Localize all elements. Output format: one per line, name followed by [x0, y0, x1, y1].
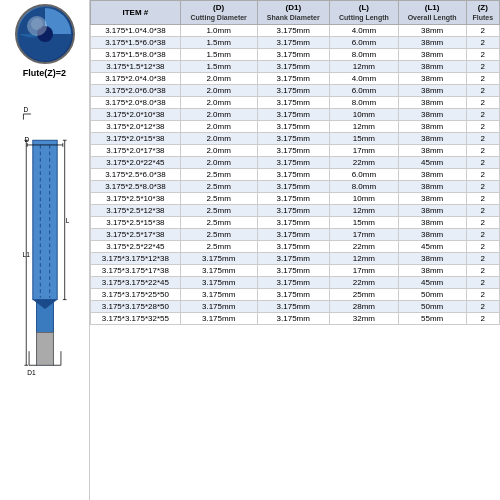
cell-d: 2.5mm — [180, 181, 257, 193]
cell-item: 3.175*2.5*10*38 — [91, 193, 181, 205]
cell-d1: 3.175mm — [257, 49, 330, 61]
cell-l: 8.0mm — [330, 97, 399, 109]
left-panel: Flute(Z)=2 D D — [0, 0, 90, 500]
cell-l1: 38mm — [398, 37, 466, 49]
cell-d1: 3.175mm — [257, 205, 330, 217]
cell-z: 2 — [466, 61, 499, 73]
cell-l1: 38mm — [398, 205, 466, 217]
cell-l1: 38mm — [398, 61, 466, 73]
cell-item: 3.175*2.5*15*38 — [91, 217, 181, 229]
cell-z: 2 — [466, 229, 499, 241]
cell-d1: 3.175mm — [257, 133, 330, 145]
cell-l: 12mm — [330, 121, 399, 133]
cell-d1: 3.175mm — [257, 253, 330, 265]
z-label: (Z) — [478, 3, 488, 12]
l1-sub: Overall Length — [408, 14, 457, 21]
cell-d: 1.5mm — [180, 61, 257, 73]
cell-z: 2 — [466, 157, 499, 169]
cell-z: 2 — [466, 97, 499, 109]
cell-z: 2 — [466, 265, 499, 277]
cell-z: 2 — [466, 289, 499, 301]
cell-z: 2 — [466, 193, 499, 205]
tool-diagram: D D L — [20, 84, 70, 384]
cell-l1: 38mm — [398, 217, 466, 229]
table-row: 3.175*3.175*17*383.175mm3.175mm17mm38mm2 — [91, 265, 500, 277]
table-row: 3.175*1.5*6.0*381.5mm3.175mm6.0mm38mm2 — [91, 37, 500, 49]
cell-z: 2 — [466, 37, 499, 49]
cell-item: 3.175*2.5*22*45 — [91, 241, 181, 253]
cell-l1: 38mm — [398, 169, 466, 181]
cell-l: 4.0mm — [330, 73, 399, 85]
cell-l: 28mm — [330, 301, 399, 313]
cell-l: 22mm — [330, 241, 399, 253]
table-row: 3.175*2.0*12*382.0mm3.175mm12mm38mm2 — [91, 121, 500, 133]
cell-l: 12mm — [330, 253, 399, 265]
cell-d1: 3.175mm — [257, 241, 330, 253]
cell-l1: 38mm — [398, 181, 466, 193]
cell-item: 3.175*2.0*15*38 — [91, 133, 181, 145]
cell-d1: 3.175mm — [257, 73, 330, 85]
table-row: 3.175*2.0*6.0*382.0mm3.175mm6.0mm38mm2 — [91, 85, 500, 97]
cell-d: 2.5mm — [180, 193, 257, 205]
cell-d: 2.0mm — [180, 73, 257, 85]
cell-l: 17mm — [330, 265, 399, 277]
cell-d1: 3.175mm — [257, 193, 330, 205]
cell-z: 2 — [466, 241, 499, 253]
cell-d1: 3.175mm — [257, 289, 330, 301]
table-row: 3.175*2.0*10*382.0mm3.175mm10mm38mm2 — [91, 109, 500, 121]
svg-rect-11 — [36, 332, 53, 365]
d1-header: (D1) Shank Diameter — [257, 1, 330, 25]
cell-l: 25mm — [330, 289, 399, 301]
cell-d1: 3.175mm — [257, 217, 330, 229]
d1-sub: Shank Diameter — [267, 14, 320, 21]
table-row: 3.175*2.0*17*382.0mm3.175mm17mm38mm2 — [91, 145, 500, 157]
cell-item: 3.175*1.0*4.0*38 — [91, 25, 181, 37]
d-header: (D) Cutting Diameter — [180, 1, 257, 25]
l-header: (L) Cutting Length — [330, 1, 399, 25]
cell-z: 2 — [466, 313, 499, 325]
cell-d1: 3.175mm — [257, 37, 330, 49]
cell-item: 3.175*1.5*8.0*38 — [91, 49, 181, 61]
svg-text:D: D — [24, 136, 29, 143]
cell-d: 2.5mm — [180, 205, 257, 217]
cell-l1: 38mm — [398, 145, 466, 157]
cell-z: 2 — [466, 49, 499, 61]
table-row: 3.175*1.0*4.0*381.0mm3.175mm4.0mm38mm2 — [91, 25, 500, 37]
cell-d1: 3.175mm — [257, 277, 330, 289]
right-panel: ITEM # (D) Cutting Diameter (D1) Shank D… — [90, 0, 500, 500]
cell-d1: 3.175mm — [257, 25, 330, 37]
table-row: 3.175*2.5*8.0*382.5mm3.175mm8.0mm38mm2 — [91, 181, 500, 193]
svg-point-2 — [31, 18, 43, 30]
table-row: 3.175*2.5*12*382.5mm3.175mm12mm38mm2 — [91, 205, 500, 217]
cell-d: 3.175mm — [180, 289, 257, 301]
cell-item: 3.175*2.5*12*38 — [91, 205, 181, 217]
cell-z: 2 — [466, 181, 499, 193]
cell-l: 15mm — [330, 133, 399, 145]
cell-d: 1.5mm — [180, 37, 257, 49]
cell-d: 3.175mm — [180, 253, 257, 265]
cell-z: 2 — [466, 85, 499, 97]
svg-point-1 — [37, 26, 53, 42]
cell-d: 2.5mm — [180, 241, 257, 253]
cell-item: 3.175*2.0*17*38 — [91, 145, 181, 157]
cell-l1: 38mm — [398, 49, 466, 61]
cell-l: 32mm — [330, 313, 399, 325]
cell-item: 3.175*2.0*4.0*38 — [91, 73, 181, 85]
specifications-table: ITEM # (D) Cutting Diameter (D1) Shank D… — [90, 0, 500, 325]
cell-item: 3.175*1.5*12*38 — [91, 61, 181, 73]
cell-l1: 50mm — [398, 289, 466, 301]
cell-d1: 3.175mm — [257, 157, 330, 169]
cell-item: 3.175*2.0*8.0*38 — [91, 97, 181, 109]
cell-l1: 45mm — [398, 277, 466, 289]
cell-l1: 45mm — [398, 157, 466, 169]
d-sub: Cutting Diameter — [190, 14, 246, 21]
cell-d1: 3.175mm — [257, 85, 330, 97]
d-label: (D) — [213, 3, 224, 12]
cell-z: 2 — [466, 277, 499, 289]
cell-l: 12mm — [330, 61, 399, 73]
cell-z: 2 — [466, 133, 499, 145]
table-row: 3.175*2.0*4.0*382.0mm3.175mm4.0mm38mm2 — [91, 73, 500, 85]
svg-rect-7 — [32, 140, 56, 299]
cell-l: 6.0mm — [330, 85, 399, 97]
cell-item: 3.175*3.175*28*50 — [91, 301, 181, 313]
